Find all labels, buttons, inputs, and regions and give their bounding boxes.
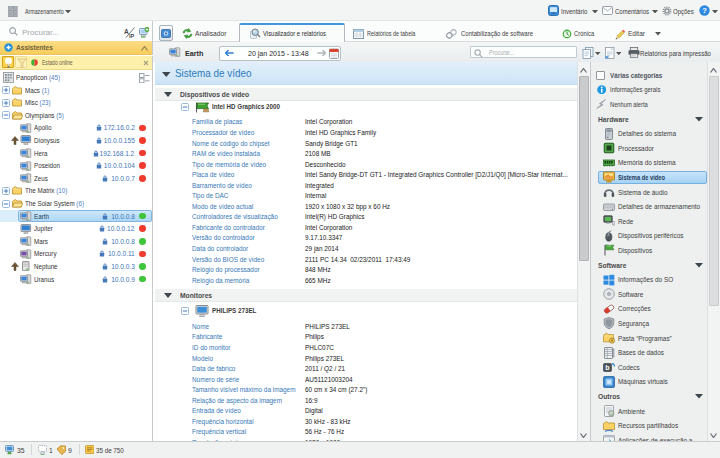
svg-text:?: ? bbox=[702, 6, 707, 15]
svg-text:IP: IP bbox=[129, 33, 135, 38]
svg-text:b: b bbox=[605, 364, 609, 371]
